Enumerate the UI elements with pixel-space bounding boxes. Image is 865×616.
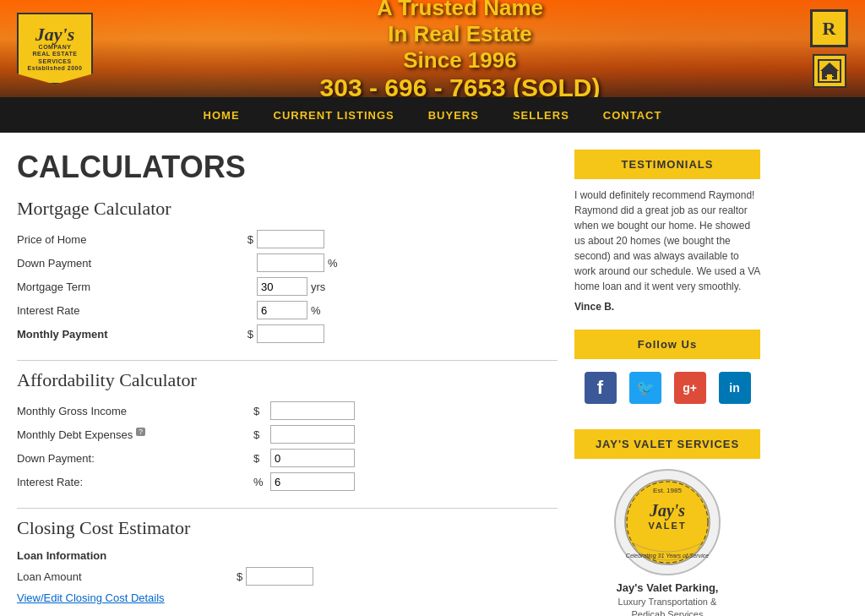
nav-contact[interactable]: CONTACT bbox=[603, 109, 662, 122]
phone-number: 303 - 696 - 7653 (SOLD) bbox=[110, 74, 810, 97]
testimonial-text: I would definitely recommend Raymond! Ra… bbox=[574, 188, 760, 294]
debt-expenses-input[interactable] bbox=[270, 425, 355, 444]
valet-desc-line1: Luxury Transportation & bbox=[618, 596, 717, 608]
down-payment-input[interactable] bbox=[257, 253, 324, 272]
down-payment-afford-row: Down Payment: $ bbox=[17, 449, 558, 467]
equal-housing-icon bbox=[813, 54, 846, 88]
svg-text:Celebrating 31 Years of Servic: Celebrating 31 Years of Service bbox=[626, 553, 709, 559]
nav-home[interactable]: HOME bbox=[204, 109, 240, 122]
interest-rate-label: Interest Rate bbox=[17, 304, 237, 317]
header-icons: R bbox=[810, 9, 848, 88]
valet-logo: Est. 1985 Jay's VALET Celebrating 31 Yea… bbox=[574, 467, 760, 616]
company-logo: Jay's COMPANY REAL ESTATE SERVICES Estab… bbox=[17, 13, 93, 84]
debt-expenses-label: Monthly Debt Expenses ? bbox=[17, 428, 253, 441]
closing-cost-title: Closing Cost Estimator bbox=[17, 517, 558, 539]
nav-sellers[interactable]: SELLERS bbox=[513, 109, 569, 122]
down-payment-unit: % bbox=[328, 257, 338, 270]
monthly-payment-label: Monthly Payment bbox=[17, 328, 237, 341]
twitter-icon[interactable]: 🐦 bbox=[629, 372, 661, 404]
closing-cost-section: Closing Cost Estimator Loan Information … bbox=[17, 517, 558, 604]
affordability-calc-title: Affordability Calculator bbox=[17, 369, 558, 391]
page-title: CALCULATORS bbox=[17, 150, 558, 185]
price-of-home-label: Price of Home bbox=[17, 233, 237, 246]
logo-title: Jay's bbox=[35, 25, 74, 44]
svg-text:VALET: VALET bbox=[648, 521, 686, 531]
interest-rate-input[interactable] bbox=[257, 301, 307, 319]
down-payment-afford-currency: $ bbox=[253, 452, 267, 465]
tagline-line1: A Trusted Name bbox=[110, 0, 810, 21]
content-area: CALCULATORS Mortgage Calculator Price of… bbox=[17, 150, 558, 616]
google-plus-icon[interactable]: g+ bbox=[674, 372, 706, 404]
testimonials-section: TESTIMONIALS I would definitely recommen… bbox=[574, 150, 760, 313]
valet-logo-svg: Est. 1985 Jay's VALET Celebrating 31 Yea… bbox=[612, 467, 722, 577]
down-payment-afford-input[interactable] bbox=[270, 449, 355, 467]
divider-1 bbox=[17, 360, 558, 361]
loan-amount-row: Loan Amount $ bbox=[17, 567, 558, 586]
linkedin-icon[interactable]: in bbox=[719, 372, 751, 404]
testimonial-author: Vince B. bbox=[574, 301, 760, 313]
interest-rate-afford-row: Interest Rate: % bbox=[17, 472, 558, 491]
gross-income-input[interactable] bbox=[270, 401, 355, 420]
logo-subtitle1: REAL ESTATE SERVICES bbox=[23, 51, 87, 65]
debt-expenses-row: Monthly Debt Expenses ? $ bbox=[17, 425, 558, 444]
facebook-icon[interactable]: f bbox=[585, 372, 617, 404]
interest-rate-unit: % bbox=[311, 304, 321, 317]
realtor-icon: R bbox=[810, 9, 848, 47]
tagline-line3: Since 1996 bbox=[110, 47, 810, 74]
price-of-home-row: Price of Home $ bbox=[17, 230, 558, 248]
interest-rate-afford-label: Interest Rate: bbox=[17, 476, 253, 488]
monthly-payment-result[interactable] bbox=[257, 324, 324, 343]
divider-2 bbox=[17, 508, 558, 509]
main-layout: CALCULATORS Mortgage Calculator Price of… bbox=[0, 133, 865, 616]
gross-income-label: Monthly Gross Income bbox=[17, 405, 253, 417]
svg-rect-2 bbox=[825, 76, 834, 77]
interest-rate-afford-pct: % bbox=[253, 476, 267, 488]
loan-amount-label: Loan Amount bbox=[17, 570, 237, 583]
mortgage-term-unit: yrs bbox=[311, 281, 325, 293]
interest-rate-row: Interest Rate % bbox=[17, 301, 558, 319]
page-header: Jay's COMPANY REAL ESTATE SERVICES Estab… bbox=[0, 0, 865, 97]
follow-us-header: Follow Us bbox=[574, 330, 760, 359]
debt-expenses-currency: $ bbox=[253, 428, 267, 441]
tagline-line2: In Real Estate bbox=[110, 21, 810, 47]
header-content: Jay's COMPANY REAL ESTATE SERVICES Estab… bbox=[0, 0, 865, 97]
price-of-home-input[interactable] bbox=[257, 230, 324, 248]
valet-desc-line2: Pedicab Services bbox=[632, 608, 704, 616]
affordability-calculator-section: Affordability Calculator Monthly Gross I… bbox=[17, 369, 558, 491]
down-payment-label: Down Payment bbox=[17, 257, 237, 270]
valet-header: JAY'S VALET SERVICES bbox=[574, 429, 760, 459]
price-currency-symbol: $ bbox=[237, 233, 253, 246]
monthly-payment-currency: $ bbox=[237, 328, 253, 341]
nav-current-listings[interactable]: CURRENT LISTINGS bbox=[274, 109, 394, 122]
mortgage-calc-title: Mortgage Calculator bbox=[17, 198, 558, 220]
mortgage-term-label: Mortgage Term bbox=[17, 281, 237, 293]
social-icons-container: f 🐦 g+ in bbox=[574, 368, 760, 412]
main-navigation: HOME CURRENT LISTINGS BUYERS SELLERS CON… bbox=[0, 97, 865, 133]
view-edit-link[interactable]: View/Edit Closing Cost Details bbox=[17, 591, 558, 604]
interest-rate-afford-input[interactable] bbox=[270, 472, 355, 491]
valet-services-section: JAY'S VALET SERVICES Est. 1985 Jay's bbox=[574, 429, 760, 616]
header-tagline: A Trusted Name In Real Estate Since 1996… bbox=[110, 0, 810, 97]
testimonials-header: TESTIMONIALS bbox=[574, 150, 760, 179]
svg-text:Jay's: Jay's bbox=[649, 501, 685, 521]
gross-income-row: Monthly Gross Income $ bbox=[17, 401, 558, 420]
mortgage-term-input[interactable] bbox=[257, 277, 307, 296]
loan-amount-input[interactable] bbox=[246, 567, 313, 586]
valet-company-name: Jay's Valet Parking, bbox=[617, 581, 719, 594]
valet-logo-circle: Est. 1985 Jay's VALET Celebrating 31 Yea… bbox=[612, 467, 722, 577]
down-payment-afford-label: Down Payment: bbox=[17, 452, 253, 465]
down-payment-row: Down Payment % bbox=[17, 253, 558, 272]
follow-us-section: Follow Us f 🐦 g+ in bbox=[574, 330, 760, 412]
nav-buyers[interactable]: BUYERS bbox=[428, 109, 479, 122]
monthly-payment-row: Monthly Payment $ bbox=[17, 324, 558, 343]
logo-company: COMPANY bbox=[39, 44, 72, 51]
logo-subtitle2: Established 2000 bbox=[28, 65, 83, 72]
svg-text:Est. 1985: Est. 1985 bbox=[653, 487, 682, 494]
mortgage-term-row: Mortgage Term yrs bbox=[17, 277, 558, 296]
loan-currency: $ bbox=[237, 570, 242, 583]
mortgage-calculator-section: Mortgage Calculator Price of Home $ Down… bbox=[17, 198, 558, 343]
gross-income-currency: $ bbox=[253, 405, 267, 417]
sidebar: TESTIMONIALS I would definitely recommen… bbox=[574, 150, 760, 616]
loan-info-label: Loan Information bbox=[17, 549, 558, 562]
